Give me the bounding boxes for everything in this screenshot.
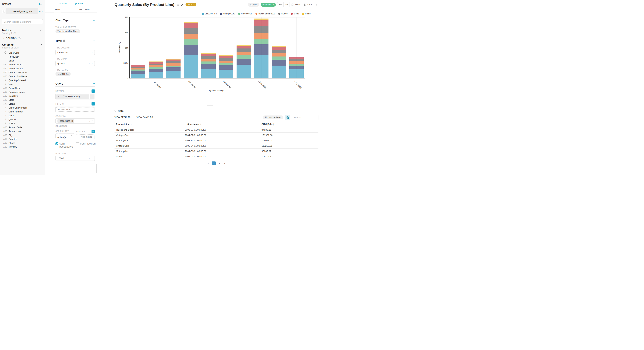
contribution-checkbox[interactable]: CONTRIBUTION [76,142,95,148]
column-list-item[interactable]: PriceEach [0,55,44,59]
bar-segment[interactable] [148,72,163,78]
bar-segment[interactable] [289,57,304,59]
sort-descending-checkbox[interactable]: SORT DESCENDING [56,142,74,148]
bar-segment[interactable] [219,65,233,70]
bar-segment[interactable] [131,65,145,66]
bar-segment[interactable] [254,44,268,55]
clear-icon[interactable]: × [88,120,90,122]
bar-segment[interactable] [148,61,163,62]
chevron-right-icon[interactable]: › [90,94,94,99]
bar-segment[interactable] [272,53,286,56]
dataset-name[interactable]: cleaned_sales_data [6,8,38,14]
bar-segment[interactable] [236,48,251,52]
table-row[interactable]: Motorcycles2004-01-01 00:00:0090267.02 [114,149,318,154]
tab-customize[interactable]: CUSTOMIZE [71,7,97,12]
bar-segment[interactable] [131,65,145,65]
bar-segment[interactable] [166,66,180,67]
metric-pill[interactable]: ƒ(x) SUM(Sales) [61,94,90,99]
column-list-item[interactable]: #MSRP [0,121,44,125]
clear-icon[interactable]: × [88,157,90,160]
bar-segment[interactable] [219,58,233,61]
column-header[interactable]: __timestamp▲▼ [185,123,262,125]
column-list-item[interactable]: ABCProductCode [0,125,44,129]
add-sort-metric-button[interactable]: + [92,130,95,133]
bar-segment[interactable] [289,66,304,69]
bar-segment[interactable] [184,23,198,28]
bar-segment[interactable] [166,59,180,59]
pagination-page-1[interactable]: 1 [212,161,216,165]
bar-segment[interactable] [289,64,304,66]
column-list-item[interactable]: #Quarter [0,117,44,121]
table-row[interactable]: Vintage Cars2005-04-01 00:00:00113255.21 [114,143,318,149]
bar-segment[interactable] [166,71,180,78]
bar-segment[interactable] [289,61,304,64]
remove-metric-icon[interactable]: × [56,94,61,99]
table-row[interactable]: Planes2004-07-01 00:00:00109114.62 [114,154,318,159]
save-button[interactable]: SAVE [71,1,87,6]
column-list-item[interactable]: ABCCity [0,133,44,137]
add-filter-dropzone[interactable]: + Add filter [56,107,94,112]
column-list-item[interactable]: #QuantityOrdered [0,78,44,82]
group-by-tag[interactable]: ProductLine✕ [58,119,74,123]
copy-data-button[interactable] [285,115,290,120]
pagination-next[interactable]: » [223,161,227,165]
column-list-item[interactable]: ABCCountry [0,137,44,141]
bar-segment[interactable] [254,55,268,78]
bar-segment[interactable] [219,61,233,63]
column-list-item[interactable]: ABCCustomerName [0,90,44,94]
bar-segment[interactable] [131,67,145,68]
bar-segment[interactable] [289,69,304,78]
bar-segment[interactable] [148,65,163,67]
bar-segment[interactable] [148,62,163,64]
table-row[interactable]: Vintage Cars2004-07-01 00:00:00191951.86 [114,133,318,138]
help-icon[interactable]: ? [18,37,20,39]
chevron-up-icon[interactable] [40,29,42,31]
column-list-item[interactable]: #OrderLineNumber [0,106,44,110]
bar-segment[interactable] [219,56,233,58]
column-list-item[interactable]: ABCPostalCode [0,86,44,90]
bar-segment[interactable] [148,64,163,65]
bar-segment[interactable] [202,61,216,64]
time-grain-select[interactable]: quarter × ▼ [56,61,95,66]
bar-segment[interactable] [184,55,198,78]
bar-segment[interactable] [184,28,198,34]
bar-segment[interactable] [166,63,180,66]
bar-segment[interactable] [254,20,268,26]
bar-segment[interactable] [202,69,216,78]
bar-segment[interactable] [236,65,251,78]
series-limit-select[interactable]: 7 option(s) ▼ [56,133,74,138]
time-column-select[interactable]: OrderDate ▼ [56,50,95,55]
collapse-sidebar-icon[interactable]: ← [40,3,42,5]
table-row[interactable]: Motorcycles2003-10-01 00:00:00199013.03 [114,138,318,143]
run-button[interactable]: RUN [55,1,71,6]
table-search-input[interactable] [292,115,318,120]
bar-segment[interactable] [184,34,198,39]
column-header[interactable]: SUM(Sales)▲▼ [262,123,318,125]
bar-segment[interactable] [236,46,251,48]
bar-segment[interactable] [219,63,233,65]
chevron-down-icon[interactable] [114,110,116,112]
bar-segment[interactable] [202,56,216,59]
remove-tag-icon[interactable]: ✕ [71,120,73,122]
checkbox-unchecked-icon[interactable] [76,142,79,145]
bar-segment[interactable] [236,52,251,55]
bar-segment[interactable] [148,69,163,72]
table-row[interactable]: Trucks and Buses2003-07-01 00:00:0084638… [114,127,318,133]
column-header[interactable]: ProductLine▲▼ [116,123,185,125]
bar-segment[interactable] [202,54,216,56]
column-list-item[interactable]: ABCStatus [0,102,44,106]
bar-segment[interactable] [236,59,251,65]
bar-segment[interactable] [272,60,286,66]
bar-segment[interactable] [254,18,268,20]
bar-segment[interactable] [219,55,233,56]
checkbox-checked-icon[interactable] [56,142,58,145]
bar-segment[interactable] [131,68,145,69]
row-limit-select[interactable]: 10000 × ▼ [56,156,95,161]
tab-view-samples[interactable]: VIEW SAMPLES [137,116,153,120]
bar-segment[interactable] [236,45,251,46]
bar-segment[interactable] [184,39,198,45]
bar-segment[interactable] [202,59,216,61]
pagination-prev[interactable]: « [206,161,210,165]
scrollbar-thumb[interactable] [96,164,97,173]
column-list-item[interactable]: ABCAddressLine1 [0,62,44,66]
